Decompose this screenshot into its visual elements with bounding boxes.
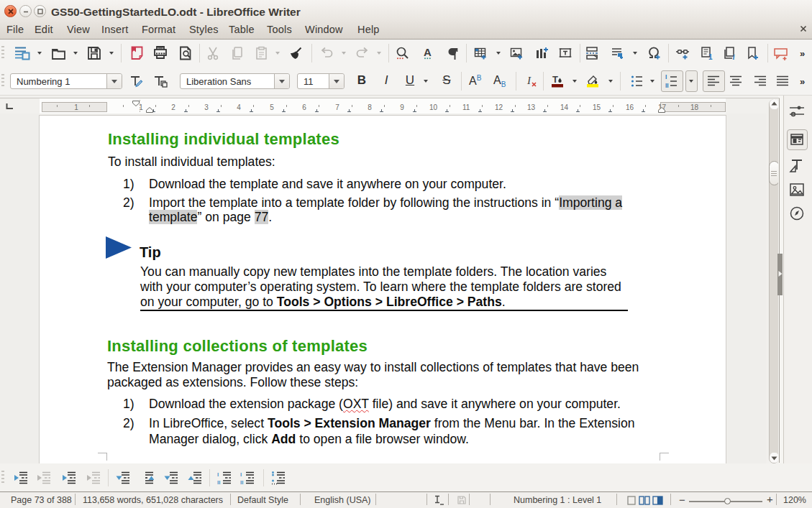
svg-text:I: I bbox=[526, 75, 532, 86]
svg-text:I: I bbox=[665, 73, 667, 80]
svg-text:»: » bbox=[800, 48, 805, 59]
svg-text:II: II bbox=[217, 479, 220, 485]
svg-text:II: II bbox=[665, 82, 669, 89]
svg-text:A: A bbox=[424, 46, 432, 58]
svg-text:I: I bbox=[240, 471, 242, 478]
svg-text:T: T bbox=[552, 74, 558, 85]
svg-text:I: I bbox=[217, 471, 219, 478]
svg-text:i: i bbox=[733, 52, 736, 61]
svg-text:1: 1 bbox=[708, 53, 713, 61]
svg-text:»: » bbox=[800, 76, 805, 87]
svg-text:II: II bbox=[240, 479, 243, 485]
